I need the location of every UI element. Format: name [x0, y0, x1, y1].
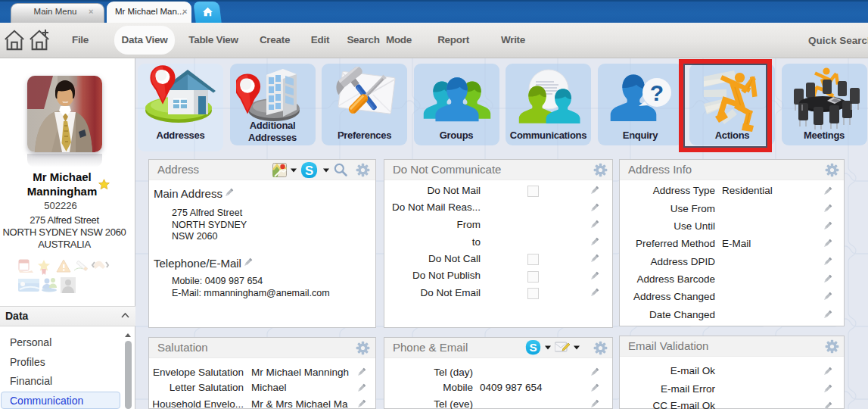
svg-text:?: ?	[650, 80, 664, 105]
